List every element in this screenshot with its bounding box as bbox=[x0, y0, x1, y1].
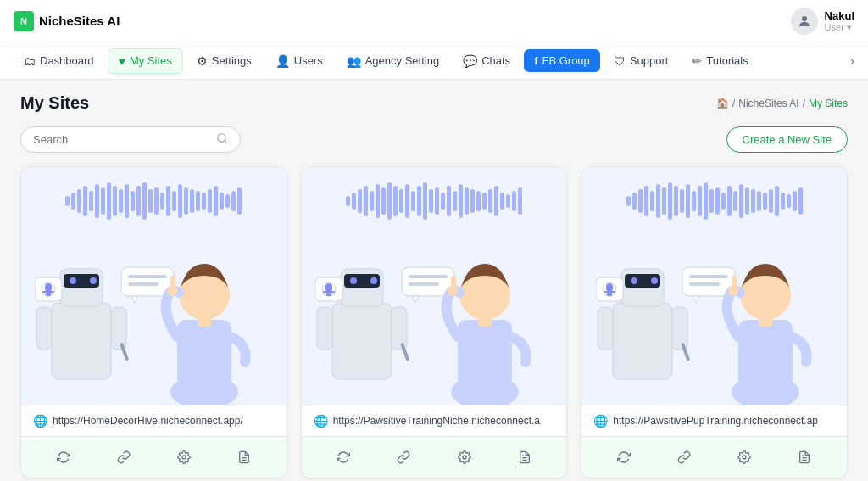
waveform-bar bbox=[89, 191, 93, 211]
settings-button[interactable] bbox=[170, 444, 198, 471]
nav-users[interactable]: 👤 Users bbox=[265, 49, 333, 73]
svg-rect-47 bbox=[458, 320, 512, 388]
link-button[interactable] bbox=[110, 444, 137, 471]
waveform-bar bbox=[95, 184, 99, 218]
svg-rect-23 bbox=[198, 316, 211, 327]
svg-rect-55 bbox=[613, 303, 672, 379]
nav-my-sites[interactable]: ♥ My Sites bbox=[108, 48, 183, 74]
waveform-bar bbox=[709, 189, 714, 213]
nav-agency-setting[interactable]: 👥 Agency Setting bbox=[337, 49, 449, 73]
nav-dashboard-label: Dashboard bbox=[40, 54, 94, 67]
waveform-bar bbox=[626, 196, 631, 206]
waveform-bar bbox=[214, 186, 218, 216]
search-input[interactable] bbox=[33, 133, 209, 146]
waveform-bar bbox=[352, 193, 356, 210]
waveform-bar bbox=[184, 187, 188, 215]
nav-fb-label: FB Group bbox=[542, 54, 589, 67]
pen-icon: ✏ bbox=[692, 54, 702, 68]
svg-point-33 bbox=[370, 277, 377, 284]
waveform-bar bbox=[411, 191, 415, 211]
breadcrumb-app[interactable]: NicheSites AI bbox=[738, 98, 798, 109]
svg-rect-73 bbox=[738, 320, 793, 388]
waveform-bar bbox=[488, 189, 492, 213]
nav-fb-group[interactable]: f FB Group bbox=[524, 49, 600, 72]
nav-support[interactable]: 🛡 Support bbox=[604, 49, 679, 73]
document-button[interactable] bbox=[231, 444, 258, 471]
waveform-bar bbox=[763, 193, 767, 210]
page-title: My Sites bbox=[20, 93, 89, 113]
svg-rect-40 bbox=[323, 291, 335, 293]
svg-rect-18 bbox=[128, 275, 167, 278]
waveform-bar bbox=[733, 191, 737, 211]
logo-text: NicheSites AI bbox=[39, 14, 120, 28]
settings-button[interactable] bbox=[451, 444, 478, 471]
refresh-button[interactable] bbox=[50, 444, 77, 471]
waveform-bar bbox=[231, 191, 236, 211]
waveform-bar bbox=[417, 186, 421, 216]
svg-rect-21 bbox=[177, 320, 231, 388]
document-button[interactable] bbox=[791, 444, 818, 471]
waveform-bar bbox=[435, 187, 439, 215]
settings-button[interactable] bbox=[731, 444, 758, 471]
waveform-bar bbox=[387, 182, 392, 220]
waveform-bar bbox=[500, 193, 504, 210]
svg-point-58 bbox=[631, 277, 637, 284]
waveform-bar bbox=[107, 182, 111, 220]
waveform-bar bbox=[482, 193, 487, 210]
waveform-bar bbox=[506, 194, 510, 208]
waveform-bar bbox=[787, 194, 791, 208]
waveform-bar bbox=[698, 186, 702, 216]
svg-rect-60 bbox=[598, 307, 613, 350]
waveform-bar bbox=[225, 194, 230, 208]
waveform-bar bbox=[447, 186, 451, 216]
nav-arrow[interactable]: › bbox=[850, 53, 854, 69]
svg-point-1 bbox=[218, 134, 225, 142]
card-url: 🌐 https://PawsitiveTrainingNiche.nicheco… bbox=[302, 405, 567, 437]
waveform-bar bbox=[781, 193, 785, 210]
card-actions bbox=[21, 437, 287, 478]
nav-dashboard[interactable]: 🗂 Dashboard bbox=[14, 49, 104, 73]
waveform-bar bbox=[370, 191, 374, 211]
user-role: User ▾ bbox=[825, 22, 854, 33]
nav-settings[interactable]: ⚙ Settings bbox=[186, 49, 262, 73]
url-text: https://PawsitivePupTraining.nicheconnec… bbox=[613, 415, 818, 427]
search-box[interactable] bbox=[20, 126, 241, 153]
svg-rect-66 bbox=[604, 291, 615, 293]
waveform-bar bbox=[512, 191, 516, 211]
waveform-bar bbox=[178, 184, 182, 218]
waveform-bar bbox=[376, 184, 380, 218]
link-button[interactable] bbox=[390, 444, 417, 471]
logo-icon: N bbox=[14, 11, 34, 31]
waveform-bar bbox=[441, 193, 445, 210]
svg-point-6 bbox=[70, 277, 76, 284]
link-button[interactable] bbox=[670, 444, 698, 471]
svg-rect-75 bbox=[759, 316, 772, 327]
waveform-bar bbox=[751, 189, 755, 213]
nav-tutorials[interactable]: ✏ Tutorials bbox=[682, 49, 758, 73]
svg-point-52 bbox=[463, 456, 466, 459]
document-button[interactable] bbox=[511, 444, 538, 471]
site-card: 🌐 https://PawsitivePupTraining.nicheconn… bbox=[581, 166, 848, 478]
waveform-bar bbox=[83, 186, 87, 216]
url-text: https://HomeDecorHive.nicheconnect.app/ bbox=[53, 415, 243, 427]
nav-chats[interactable]: 💬 Chats bbox=[453, 49, 520, 73]
user-icon: 👤 bbox=[275, 54, 290, 68]
waveform-bar bbox=[220, 193, 224, 210]
chat-icon: 💬 bbox=[463, 54, 477, 68]
svg-rect-14 bbox=[42, 291, 54, 293]
card-illustration bbox=[21, 167, 287, 405]
waveform-bar bbox=[644, 186, 648, 216]
waveform-bar bbox=[668, 182, 672, 220]
refresh-button[interactable] bbox=[330, 444, 357, 471]
refresh-button[interactable] bbox=[610, 444, 637, 471]
waveform-bar bbox=[662, 187, 666, 215]
waveform-bar bbox=[769, 189, 773, 213]
topbar: N NicheSites AI Nakul User ▾ bbox=[0, 0, 868, 42]
waveform-bar bbox=[429, 189, 433, 213]
waveform-bar bbox=[704, 182, 708, 220]
waveform-bar bbox=[638, 189, 643, 213]
shield-icon: 🛡 bbox=[614, 54, 626, 68]
svg-rect-34 bbox=[317, 307, 332, 350]
create-new-site-button[interactable]: Create a New Site bbox=[726, 126, 849, 153]
waveform-bar bbox=[202, 193, 206, 210]
